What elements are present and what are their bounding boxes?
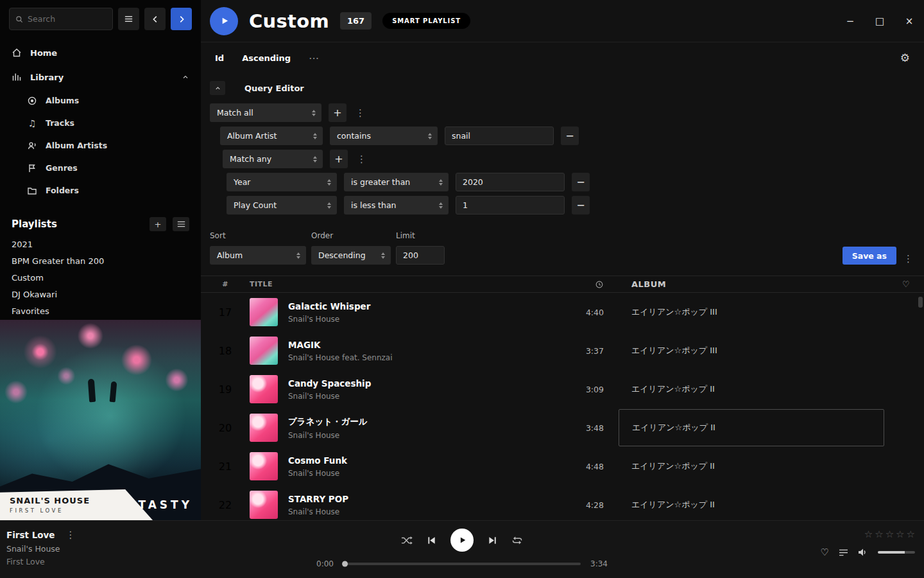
table-row[interactable]: 22 STARRY POP Snail's House 4:28 エイリアン☆ポ… [201,486,924,520]
kebab-menu-icon[interactable]: ⋮ [355,153,368,165]
maximize-button[interactable]: □ [874,15,886,27]
table-row[interactable]: 19 Candy Spaceship Snail's House 3:09 エイ… [201,370,924,408]
table-row[interactable]: 18 MAGIK Snail's House feat. Sennzai 3:3… [201,331,924,370]
chevron-up-icon[interactable] [182,73,189,81]
sidebar-item-genres[interactable]: Genres [0,157,201,179]
previous-button[interactable] [427,536,436,545]
now-playing-album[interactable]: First Love [6,557,78,566]
now-playing-artist[interactable]: Snail's House [6,544,78,554]
sidebar-item-home[interactable]: Home [0,40,201,65]
save-as-button[interactable]: Save as [843,247,896,265]
track-title[interactable]: Candy Spaceship [288,378,559,389]
track-title[interactable]: プラネット・ガール [288,416,559,428]
scrollbar-thumb[interactable] [918,297,923,308]
volume-slider[interactable] [878,551,915,554]
playlist-list-button[interactable] [173,217,189,231]
track-album[interactable]: エイリアン☆ポップ II [632,422,715,434]
seek-bar[interactable] [343,563,581,565]
track-artist[interactable]: Snail's House [288,431,559,440]
playlist-item-custom[interactable]: Custom [0,270,201,286]
add-rule-button[interactable]: + [329,103,346,122]
track-artist[interactable]: Snail's House feat. Sennzai [288,353,559,362]
collapse-query-editor-button[interactable] [210,81,225,95]
kebab-menu-icon[interactable]: ⋮ [354,107,367,119]
queue-button[interactable] [839,548,848,557]
kebab-menu-icon[interactable]: ⋮ [902,253,915,265]
column-liked[interactable]: ♡ [888,279,924,289]
rule-operator-select[interactable]: contains [330,127,438,145]
rule-value-input[interactable] [456,173,565,191]
playlist-item-dj-okawari[interactable]: DJ Okawari [0,286,201,303]
add-rule-button[interactable]: + [330,150,348,168]
focused-album-cell[interactable]: エイリアン☆ポップ II [619,409,884,446]
sidebar-item-library[interactable]: Library [0,65,201,89]
shuffle-button[interactable] [401,536,413,545]
add-playlist-button[interactable]: + [150,217,166,231]
star-icon[interactable]: ☆ [907,529,915,540]
search-input[interactable] [28,14,107,24]
minimize-button[interactable]: − [844,15,856,27]
remove-rule-button[interactable]: − [561,127,579,145]
column-title[interactable]: TITLE [250,280,559,288]
track-artist[interactable]: Snail's House [288,507,559,516]
remove-rule-button[interactable]: − [572,196,590,215]
limit-input[interactable] [396,246,445,265]
heart-icon[interactable]: ♡ [821,547,829,558]
remove-rule-button[interactable]: − [572,173,590,191]
now-playing-title[interactable]: First Love [6,530,55,540]
rule-operator-select[interactable]: is less than [344,196,449,215]
track-title[interactable]: STARRY POP [288,494,559,504]
track-album[interactable]: エイリアン☆ポップ III [631,307,717,317]
track-title[interactable]: Cosmo Funk [288,455,559,466]
star-icon[interactable]: ☆ [864,529,873,540]
repeat-button[interactable] [511,536,523,545]
menu-button[interactable] [118,8,139,30]
play-pause-button[interactable] [450,529,474,552]
match-any-select[interactable]: Match any [223,150,323,168]
playlist-item-2021[interactable]: 2021 [0,236,201,253]
order-select[interactable]: Descending [311,246,391,265]
playlist-item-bpm[interactable]: BPM Greater than 200 [0,253,201,270]
volume-button[interactable] [858,548,868,557]
kebab-menu-icon[interactable]: ⋮ [64,529,78,541]
track-album[interactable]: エイリアン☆ポップ II [631,461,715,471]
track-title[interactable]: MAGIK [288,340,559,350]
sidebar-item-albums[interactable]: Albums [0,89,201,112]
track-artist[interactable]: Snail's House [288,469,559,478]
rule-field-select[interactable]: Year [227,173,337,191]
rule-operator-select[interactable]: is greater than [344,173,449,191]
playlist-item-favorites[interactable]: Favorites [0,303,201,320]
sidebar-item-album-artists[interactable]: Album Artists [0,134,201,157]
sort-field-button[interactable]: Id [215,53,224,63]
back-button[interactable] [144,8,166,30]
track-album[interactable]: エイリアン☆ポップ II [631,384,715,394]
table-row[interactable]: 21 Cosmo Funk Snail's House 4:48 エイリアン☆ポ… [201,447,924,486]
rule-value-input[interactable] [445,127,554,145]
track-album[interactable]: エイリアン☆ポップ III [631,346,717,355]
next-button[interactable] [488,536,497,545]
column-duration[interactable] [559,280,604,289]
play-playlist-button[interactable] [210,7,238,35]
table-row[interactable]: 20 プラネット・ガール Snail's House 3:48 エイリアン☆ポッ… [201,408,924,447]
track-artist[interactable]: Snail's House [288,392,559,401]
star-icon[interactable]: ☆ [875,529,883,540]
table-row[interactable]: 17 Galactic Whisper Snail's House 4:40 エ… [201,293,924,331]
more-options-icon[interactable]: ⋯ [309,52,319,64]
sort-order-button[interactable]: Ascending [242,53,291,63]
search-box[interactable] [9,8,113,30]
column-number[interactable]: # [201,280,250,288]
seek-knob[interactable] [342,561,348,567]
column-album[interactable]: ALBUM [631,279,888,289]
track-artist[interactable]: Snail's House [288,315,559,324]
star-icon[interactable]: ☆ [886,529,894,540]
rule-field-select[interactable]: Album Artist [220,127,323,145]
close-button[interactable]: × [903,15,915,27]
sidebar-item-tracks[interactable]: ♫ Tracks [0,112,201,134]
rule-field-select[interactable]: Play Count [227,196,337,215]
rule-value-input[interactable] [456,196,565,215]
track-title[interactable]: Galactic Whisper [288,301,559,311]
forward-button[interactable] [171,8,192,30]
gear-icon[interactable]: ⚙ [900,51,910,64]
sidebar-item-folders[interactable]: Folders [0,179,201,202]
track-album[interactable]: エイリアン☆ポップ II [631,500,715,509]
